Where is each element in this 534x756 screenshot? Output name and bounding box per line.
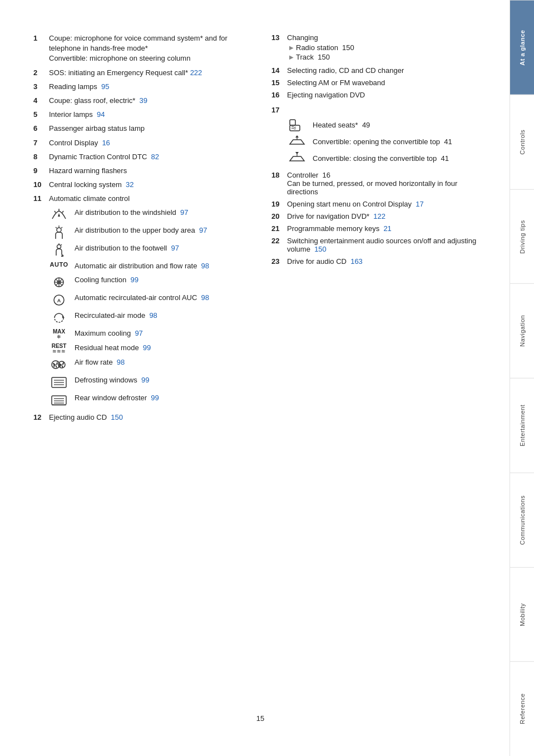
item-text-9: Hazard warning flashers	[49, 166, 249, 176]
item-number-22: 22	[271, 237, 284, 245]
svg-marker-38	[295, 135, 299, 138]
svg-line-6	[56, 227, 57, 228]
svg-rect-35	[290, 125, 300, 131]
defrost-icon	[49, 375, 69, 390]
item-number-18: 18	[271, 171, 284, 179]
link-99d[interactable]: 99	[151, 394, 159, 402]
sidebar-tab-reference[interactable]: Reference	[510, 661, 534, 756]
link-97a[interactable]: 97	[180, 208, 188, 217]
item-3: 3 Reading lamps 95	[33, 82, 249, 92]
rear-defrost-text: Rear window defroster 99	[75, 393, 249, 403]
svg-line-5	[61, 227, 62, 228]
max-icon: MAX ❄	[49, 328, 69, 340]
link-150b[interactable]: 150	[342, 43, 354, 52]
link-94[interactable]: 94	[97, 110, 105, 119]
link-99b[interactable]: 99	[143, 343, 151, 352]
link-150d[interactable]: 150	[314, 245, 327, 253]
convertible-close-text: Convertible: closing the convertible top…	[313, 154, 449, 163]
climate-icon-max: MAX ❄ Maximum cooling 97	[49, 328, 249, 340]
triangle-radio: ▶	[289, 45, 294, 51]
item-text-8: Dynamic Traction Control DTC 82	[49, 152, 249, 162]
link-16b[interactable]: 16	[323, 171, 330, 179]
sub-radio: ▶ Radio station 150	[289, 43, 354, 52]
link-41b[interactable]: 41	[441, 154, 449, 163]
item-number-10: 10	[33, 180, 46, 190]
item-text-19: Opening start menu on Control Display 17	[287, 200, 487, 208]
sidebar-tab-entertainment[interactable]: Entertainment	[510, 378, 534, 473]
link-21[interactable]: 21	[383, 224, 391, 233]
link-97c[interactable]: 97	[171, 244, 179, 252]
item-number-3: 3	[33, 82, 46, 92]
item-23: 23 Drive for audio CD 163	[271, 257, 487, 266]
link-99a[interactable]: 99	[130, 276, 138, 284]
heated-seats-text: Heated seats* 49	[313, 121, 370, 129]
svg-line-9	[61, 244, 62, 246]
item-number-19: 19	[271, 200, 284, 208]
svg-point-3	[57, 228, 61, 232]
item-22: 22 Switching entertainment audio sources…	[271, 237, 487, 253]
link-98b[interactable]: 98	[201, 293, 209, 302]
link-32[interactable]: 32	[126, 180, 134, 189]
item-text-12: Ejecting audio CD 150	[49, 413, 249, 421]
convertible-open-icon	[287, 134, 307, 149]
rest-waves: ≋≋≋	[52, 349, 67, 354]
link-150a[interactable]: 150	[111, 413, 123, 421]
item-number-8: 8	[33, 152, 46, 162]
item-number-13: 13	[271, 33, 284, 42]
link-97d[interactable]: 97	[135, 329, 142, 337]
sidebar-tab-communications[interactable]: Communications	[510, 473, 534, 567]
item-number-20: 20	[271, 212, 284, 220]
sidebar-tab-navigation[interactable]: Navigation	[510, 283, 534, 378]
link-39[interactable]: 39	[140, 96, 147, 105]
item-8: 8 Dynamic Traction Control DTC 82	[33, 152, 249, 162]
item-15: 15 Selecting AM or FM waveband	[271, 78, 487, 87]
item-9: 9 Hazard warning flashers	[33, 166, 249, 176]
link-17[interactable]: 17	[416, 200, 423, 208]
item-19: 19 Opening start menu on Control Display…	[271, 200, 487, 208]
svg-text:A: A	[57, 298, 61, 303]
climate-icon-airflow: Air flow rate 98	[49, 357, 249, 372]
climate-icon-cooling: Cooling function 99	[49, 275, 249, 289]
item-1: 1 Coupe: microphone for voice command sy…	[33, 33, 249, 64]
item-text-16: Ejecting navigation DVD	[287, 91, 487, 99]
item-6: 6 Passenger airbag status lamp	[33, 124, 249, 134]
link-150c[interactable]: 150	[318, 53, 330, 61]
link-97b[interactable]: 97	[199, 226, 207, 234]
sidebar-tab-at-a-glance[interactable]: At a glance	[510, 0, 534, 95]
item-text-13: Changing ▶ Radio station 150 ▶ Track 150	[287, 33, 354, 62]
item-text-2: SOS: initiating an Emergency Request cal…	[49, 68, 249, 78]
link-122[interactable]: 122	[373, 212, 385, 220]
link-98c[interactable]: 98	[149, 311, 157, 320]
link-49[interactable]: 49	[362, 121, 370, 129]
sidebar: At a glance Controls Driving tips Naviga…	[510, 0, 534, 756]
svg-point-7	[57, 245, 61, 249]
item-13: 13 Changing ▶ Radio station 150 ▶ Track …	[271, 33, 487, 62]
sidebar-tab-controls[interactable]: Controls	[510, 95, 534, 189]
link-95[interactable]: 95	[101, 82, 109, 91]
climate-icon-defrost: Defrosting windows 99	[49, 375, 249, 390]
link-99c[interactable]: 99	[141, 376, 149, 384]
link-16[interactable]: 16	[102, 139, 110, 147]
sidebar-tab-driving-tips[interactable]: Driving tips	[510, 189, 534, 284]
auto-icon: AUTO	[49, 261, 69, 268]
link-163[interactable]: 163	[350, 257, 363, 266]
item-text-4: Coupe: glass roof, electric* 39	[49, 96, 249, 106]
upper-body-icon	[49, 225, 69, 240]
link-98a[interactable]: 98	[201, 262, 209, 270]
max-snowflake: ❄	[53, 335, 65, 340]
item-text-7: Control Display 16	[49, 138, 249, 148]
link-222[interactable]: 222	[190, 68, 202, 77]
link-82[interactable]: 82	[151, 153, 159, 161]
item-17-header: 17	[271, 106, 487, 114]
link-98d[interactable]: 98	[117, 358, 125, 366]
sidebar-tab-mobility[interactable]: Mobility	[510, 567, 534, 662]
svg-line-21	[58, 361, 58, 362]
max-label: MAX	[53, 328, 65, 335]
auto-label: AUTO	[50, 261, 68, 268]
item-text-21: Programmable memory keys 21	[287, 224, 487, 233]
radio-text: Radio station 150	[296, 43, 354, 52]
link-41a[interactable]: 41	[444, 138, 452, 146]
climate-icon-rear-defrost: Rear window defroster 99	[49, 393, 249, 408]
defrost-text: Defrosting windows 99	[75, 375, 249, 385]
footwell-text: Air distribution to the footwell 97	[75, 243, 249, 253]
